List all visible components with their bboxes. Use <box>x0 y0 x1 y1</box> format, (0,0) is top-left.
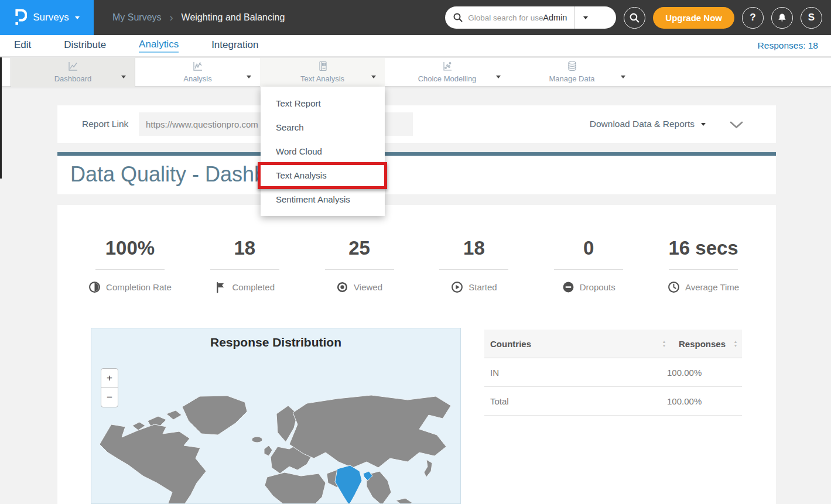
chevron-down-icon[interactable] <box>247 70 251 81</box>
completion-gauge-icon <box>88 281 101 293</box>
menu-item-sentiment-analysis[interactable]: Sentiment Analysis <box>261 187 385 211</box>
divider <box>669 269 738 270</box>
surveys-product-switcher[interactable]: Surveys <box>0 0 94 35</box>
divider <box>439 269 508 270</box>
tab-manage-data[interactable]: Manage Data <box>509 58 634 87</box>
nav-item-analytics[interactable]: Analytics <box>139 39 179 53</box>
tab-choice-modelling[interactable]: Choice Modelling <box>385 58 509 87</box>
chevron-down-icon[interactable] <box>496 70 501 81</box>
stat-viewed: 25 Viewed <box>302 237 417 293</box>
nav-item-integration[interactable]: Integration <box>211 39 258 52</box>
product-label: Surveys <box>33 12 69 23</box>
divider <box>210 269 279 270</box>
breadcrumb-current-survey: Weighting and Balancing <box>182 12 285 23</box>
line-chart-icon <box>67 60 79 74</box>
top-header: Surveys My Surveys › Weighting and Balan… <box>0 0 831 35</box>
sort-updown-icon[interactable]: ▲▼ <box>729 340 742 348</box>
nav-item-distribute[interactable]: Distribute <box>64 39 106 52</box>
chevron-down-icon <box>75 16 80 19</box>
analytics-toolbar: Dashboard Analysis Text Analysis <box>0 57 831 87</box>
chevron-down-icon <box>701 123 706 126</box>
breadcrumb-my-surveys[interactable]: My Surveys <box>112 12 162 23</box>
page-title: Data Quality - Dashboard <box>57 156 776 187</box>
chevron-down-icon[interactable] <box>621 70 625 81</box>
questionpro-p-icon <box>14 8 27 28</box>
dashboard-panel: 100% Completion Rate 18 <box>57 205 776 504</box>
flag-icon <box>214 281 227 293</box>
column-countries[interactable]: Countries <box>484 339 658 349</box>
search-scope-label: Admin <box>543 13 567 22</box>
help-button[interactable]: ? <box>742 7 764 29</box>
text-analysis-menu: Text Report Search Word Cloud Text Analy… <box>261 87 385 216</box>
report-link-bar: Report Link Download Data & Reports <box>57 105 776 143</box>
stat-started: 18 Started <box>416 237 531 293</box>
menu-item-word-cloud[interactable]: Word Cloud <box>261 139 385 163</box>
eye-icon <box>336 281 348 293</box>
collapsed-panel-edge <box>0 57 2 179</box>
chevron-down-icon[interactable] <box>371 70 376 81</box>
avatar[interactable]: S <box>801 7 822 29</box>
search-scope-dropdown[interactable] <box>574 16 597 19</box>
map-country-india[interactable] <box>335 465 362 504</box>
expand-section-chevron-icon[interactable] <box>730 121 743 131</box>
search-icon <box>453 12 463 23</box>
questionpro-analytics-page: Surveys My Surveys › Weighting and Balan… <box>0 0 831 504</box>
column-responses[interactable]: Responses <box>671 339 729 349</box>
stat-average-time: 16 secs Average Time <box>646 237 761 293</box>
play-circle-icon <box>451 281 463 293</box>
nav-item-edit[interactable]: Edit <box>14 39 31 52</box>
global-search-input[interactable] <box>468 13 543 22</box>
chevron-down-icon[interactable] <box>121 70 126 81</box>
text-document-icon <box>317 60 329 74</box>
world-map[interactable] <box>91 388 461 504</box>
global-search-box: Admin <box>445 6 616 29</box>
search-icon <box>629 12 640 23</box>
responses-cell: 100.00% <box>659 368 742 378</box>
survey-nav: Edit Distribute Analytics Integration Re… <box>0 35 831 57</box>
survey-stats-row: 100% Completion Rate 18 <box>57 205 776 293</box>
breadcrumb-separator-icon: › <box>170 12 173 24</box>
trend-chart-icon <box>192 60 204 74</box>
tab-analysis[interactable]: Analysis <box>135 58 260 87</box>
report-link-label: Report Link <box>82 105 128 143</box>
scatter-chart-icon <box>442 60 453 74</box>
tab-dashboard[interactable]: Dashboard <box>11 58 135 87</box>
stat-completion-rate: 100% Completion Rate <box>73 237 187 293</box>
divider <box>95 269 165 270</box>
country-cell: IN <box>484 368 659 378</box>
country-cell: Total <box>484 396 659 406</box>
menu-item-search[interactable]: Search <box>261 115 385 139</box>
divider <box>325 269 394 270</box>
minus-circle-icon <box>562 281 574 293</box>
map-title: Response Distribution <box>91 335 460 349</box>
menu-item-text-analysis[interactable]: Text Analysis <box>261 163 385 187</box>
clock-icon <box>668 281 680 293</box>
menu-item-text-report[interactable]: Text Report <box>261 91 385 115</box>
countries-table-header: Countries ▲▼ Responses ▲▼ <box>484 330 742 358</box>
sort-updown-icon[interactable]: ▲▼ <box>658 340 671 348</box>
divider <box>554 269 623 270</box>
upgrade-now-button[interactable]: Upgrade Now <box>653 7 734 29</box>
response-distribution-map: Response Distribution + − <box>91 328 461 504</box>
stat-dropouts: 0 Dropouts <box>531 237 646 293</box>
header-actions: Admin Upgrade Now ? S <box>445 6 822 29</box>
responses-cell: 100.00% <box>659 396 742 406</box>
chevron-down-icon <box>583 16 588 19</box>
stat-completed: 18 Completed <box>187 237 302 293</box>
map-zoom-in-button[interactable]: + <box>101 368 118 388</box>
table-row: Total 100.00% <box>484 387 742 416</box>
countries-table: Countries ▲▼ Responses ▲▼ IN 100.00% Tot… <box>484 330 742 416</box>
search-button[interactable] <box>624 7 645 29</box>
bell-icon <box>777 12 788 23</box>
page-title-panel: Data Quality - Dashboard <box>57 152 776 194</box>
database-icon <box>566 60 578 74</box>
breadcrumb: My Surveys › Weighting and Balancing <box>112 0 285 35</box>
download-data-reports-dropdown[interactable]: Download Data & Reports <box>590 105 706 143</box>
responses-count: Responses: 18 <box>758 35 818 56</box>
table-row: IN 100.00% <box>484 358 742 387</box>
notifications-button[interactable] <box>771 7 793 29</box>
tab-text-analysis[interactable]: Text Analysis <box>260 58 385 87</box>
